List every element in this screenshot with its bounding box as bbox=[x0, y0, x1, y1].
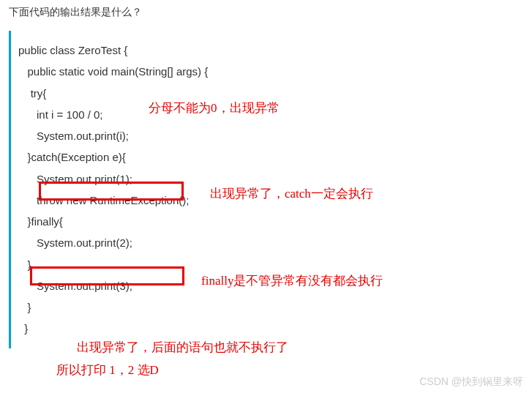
code-block: public class ZeroTest { public static vo… bbox=[9, 31, 532, 348]
watermark: CSDN @快到锅里来呀 bbox=[419, 376, 523, 389]
code-line: System.out.print(2); bbox=[18, 232, 532, 253]
annotation-divzero: 分母不能为0，出现异常 bbox=[149, 100, 280, 116]
code-line: } bbox=[18, 296, 532, 318]
annotation-catch: 出现异常了，catch一定会执行 bbox=[210, 185, 373, 202]
code-line: }finally{ bbox=[18, 211, 532, 232]
highlight-box-print2 bbox=[30, 266, 184, 285]
annotation-finally: finally是不管异常有没有都会执行 bbox=[201, 272, 383, 289]
code-line: System.out.print(i); bbox=[18, 125, 532, 146]
highlight-box-print1 bbox=[39, 182, 184, 201]
code-line: public static void main(String[] args) { bbox=[18, 61, 532, 82]
code-line: public class ZeroTest { bbox=[18, 40, 532, 61]
question-text: 下面代码的输出结果是什么？ bbox=[0, 0, 532, 25]
code-line: } bbox=[18, 318, 532, 339]
annotation-after: 出现异常了，后面的语句也就不执行了 bbox=[77, 339, 288, 356]
code-line: }catch(Exception e){ bbox=[18, 146, 532, 168]
annotation-answer: 所以打印 1，2 选D bbox=[56, 362, 159, 378]
